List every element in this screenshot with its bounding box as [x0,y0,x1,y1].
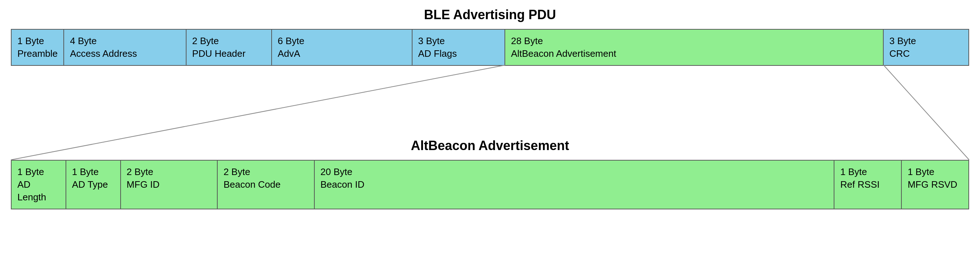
alt-title: AltBeacon Advertisement [11,138,969,153]
ble-section: BLE Advertising PDU 1 Byte Preamble4 Byt… [11,7,969,66]
alt-mfg-id: 2 Byte MFG ID [121,161,218,209]
alt-ad-length: 1 Byte AD Length [11,161,66,209]
ble-ad-flags: 3 Byte AD Flags [412,30,505,65]
alt-beacon-id: 20 Byte Beacon ID [315,161,835,209]
ble-adva: 6 Byte AdvA [272,30,412,65]
alt-mfg-rsvd: 1 Byte MFG RSVD [902,161,969,209]
ble-altbeacon: 28 Byte AltBeacon Advertisement [505,30,884,65]
ble-pdu-header: 2 Byte PDU Header [186,30,272,65]
ble-title: BLE Advertising PDU [11,7,969,22]
ble-crc: 3 Byte CRC [884,30,969,65]
ble-access-address: 4 Byte Access Address [64,30,186,65]
alt-ad-type: 1 Byte AD Type [66,161,121,209]
alt-beacon-code: 2 Byte Beacon Code [218,161,315,209]
altbeacon-section: AltBeacon Advertisement 1 Byte AD Length… [11,138,969,209]
connector-svg [11,66,969,138]
alt-ref-rssi: 1 Byte Ref RSSI [834,161,902,209]
ble-preamble: 1 Byte Preamble [11,30,64,65]
ble-row: 1 Byte Preamble4 Byte Access Address2 By… [11,29,969,66]
alt-row: 1 Byte AD Length1 Byte AD Type2 Byte MFG… [11,160,969,209]
connector-area [11,66,969,138]
